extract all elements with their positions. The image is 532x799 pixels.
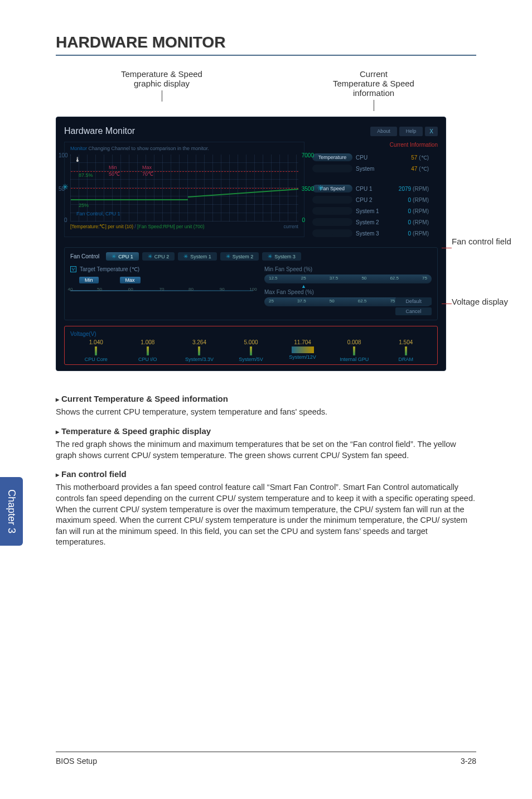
desc-text-fan: This motherboard provides a fan speed co… <box>56 482 476 547</box>
r-axis-7000: 7000 <box>302 152 314 158</box>
slider-marker-icon: ▲ <box>301 283 306 289</box>
voltage-header: Voltage(V) <box>70 331 432 337</box>
sys3-fan-label: System 3 <box>356 230 386 237</box>
fan-control-panel: Fan Control ✳CPU 1 ✳CPU 2 ✳System 1 ✳Sys… <box>64 247 438 320</box>
min-temp-button[interactable]: Min <box>79 277 99 283</box>
min-label: Min <box>109 165 117 170</box>
r-axis-0: 0 <box>302 217 305 223</box>
page-title: HARDWARE MONITOR <box>56 33 476 56</box>
cancel-button[interactable]: Cancel <box>395 307 432 315</box>
cpu1-fan-label: CPU 1 <box>356 186 386 192</box>
monitor-sub: Changing Channel to show comparison in t… <box>87 146 209 151</box>
callout-temp-speed-graphic: Temperature & Speed graphic display <box>66 69 257 111</box>
sys1-fan-value: 0(RPM) <box>390 208 429 214</box>
sys2-fan-label: System 2 <box>356 219 386 225</box>
system-temp-value: 47(℃) <box>390 166 429 172</box>
fan-icon: ✳ <box>268 253 272 259</box>
figure: Temperature & Speed graphic display Curr… <box>56 69 480 371</box>
cpu2-fan-value: 0(RPM) <box>390 197 429 203</box>
fan-icon: ✳ <box>112 253 116 259</box>
sys3-fan-value: 0(RPM) <box>390 230 429 237</box>
voltage-dram: 1.504DRAM <box>380 339 432 362</box>
y-axis-50: 50 <box>59 186 65 192</box>
tab-system1[interactable]: ✳System 1 <box>178 252 217 261</box>
y-axis-100: 100 <box>59 152 68 158</box>
fan-icon: ✳ <box>226 253 230 259</box>
target-temp-label: Target Temperature (℃) <box>80 266 139 272</box>
callout-fan-control: Fan control field <box>452 237 513 246</box>
temperature-speed-graph: Monitor Changing Channel to show compari… <box>64 142 304 237</box>
fan-icon: ✳ <box>317 184 324 192</box>
voltage-3v3: 3.264System/3.3V <box>173 339 225 362</box>
min-fan-speed-label: Min Fan Speed (%) <box>264 266 432 272</box>
system-temp-label: System <box>356 166 386 172</box>
temperature-pill[interactable]: Temperature <box>312 153 352 161</box>
close-button[interactable]: X <box>425 127 438 136</box>
min-temp: 50℃ <box>109 171 120 177</box>
legend-current: current <box>284 224 298 229</box>
desc-heading-fan: Fan control field <box>56 469 476 480</box>
cpu1-fan-value: 2079(RPM) <box>390 186 429 192</box>
fan-icon: ✳ <box>148 253 152 259</box>
footer-page: 3-28 <box>461 757 476 766</box>
tab-system3[interactable]: ✳System 3 <box>262 252 301 261</box>
page-footer: BIOS Setup 3-28 <box>56 752 476 766</box>
cpu-temp-label: CPU <box>356 155 386 161</box>
voltage-5v: 5.000System/5V <box>225 339 277 362</box>
desc-heading-current: Current Temperature & Speed information <box>56 393 476 405</box>
desc-heading-graphic: Temperature & Speed graphic display <box>56 426 476 437</box>
voltage-cpu-core: 1.040CPU Core <box>70 339 122 362</box>
thermometer-icon: 🌡 <box>74 156 81 163</box>
callout-voltage: Voltage display <box>452 297 513 306</box>
sys1-fan-label: System 1 <box>356 208 386 214</box>
legend-temp: [Temperature:℃] per unit (10) <box>70 224 133 229</box>
target-temp-checkbox[interactable]: V <box>70 266 76 272</box>
target-temp-scale[interactable]: 40 50 60 70 80 90 100 <box>70 287 253 295</box>
fan-control-series-label: Fan Control, CPU 1 <box>76 211 120 216</box>
spacer-pill: . <box>312 218 352 226</box>
spacer-pill: . <box>312 207 352 215</box>
tab-cpu1[interactable]: ✳CPU 1 <box>106 252 139 261</box>
legend-fan: [Fan Speed:RPM] per unit (700) <box>137 224 204 229</box>
min-fan-speed-slider[interactable]: 12.5 25 37.5 50 62.5 75 ▲ <box>264 275 432 283</box>
callout-current-info: Current Temperature & Speed information <box>278 69 469 111</box>
spacer-pill: . <box>312 229 352 237</box>
current-information-panel: Current Information Temperature CPU 57(℃… <box>312 142 438 237</box>
monitor-label: Monitor <box>70 146 87 151</box>
cpu-temp-value: 57(℃) <box>390 155 429 161</box>
footer-section: BIOS Setup <box>56 757 461 766</box>
current-information-title: Current Information <box>312 142 438 148</box>
tab-system2[interactable]: ✳System 2 <box>220 252 259 261</box>
spacer-pill: . <box>312 165 352 172</box>
y-axis-0: 0 <box>64 217 67 223</box>
pct-25: 25% <box>79 203 89 208</box>
max-label: Max <box>142 165 152 170</box>
desc-text-current: Shows the current CPU temperature, syste… <box>56 407 476 418</box>
voltage-panel: Voltage(V) 1.040CPU Core 1.008CPU I/O 3.… <box>64 326 438 365</box>
voltage-igpu: 0.008Internal GPU <box>328 339 380 362</box>
cpu2-fan-label: CPU 2 <box>356 197 386 203</box>
fan-control-label: Fan Control <box>70 253 99 259</box>
spacer-pill: . <box>312 196 352 204</box>
window-title: Hardware Monitor <box>64 126 135 136</box>
desc-text-graphic: The red graph shows the minimum and maxi… <box>56 439 476 461</box>
r-axis-3500: 3500 <box>302 186 314 192</box>
default-button[interactable]: Default <box>395 297 432 305</box>
hardware-monitor-window: Hardware Monitor About Help X Monitor Ch… <box>56 117 446 371</box>
help-button[interactable]: Help <box>399 127 423 136</box>
voltage-12v: 11.704System/12V <box>277 339 328 362</box>
sys2-fan-value: 0(RPM) <box>390 219 429 225</box>
about-button[interactable]: About <box>370 127 397 136</box>
max-temp-button[interactable]: Max <box>120 277 141 283</box>
max-temp: 70℃ <box>142 171 153 177</box>
fan-icon: ✳ <box>183 253 188 259</box>
pct-875: 87.5% <box>79 172 93 178</box>
max-fan-speed-label: Max Fan Speed (%) <box>264 289 432 295</box>
voltage-cpu-io: 1.008CPU I/O <box>122 339 174 362</box>
chapter-tab: Chapter 3 <box>0 477 23 546</box>
tab-cpu2[interactable]: ✳CPU 2 <box>142 252 175 261</box>
